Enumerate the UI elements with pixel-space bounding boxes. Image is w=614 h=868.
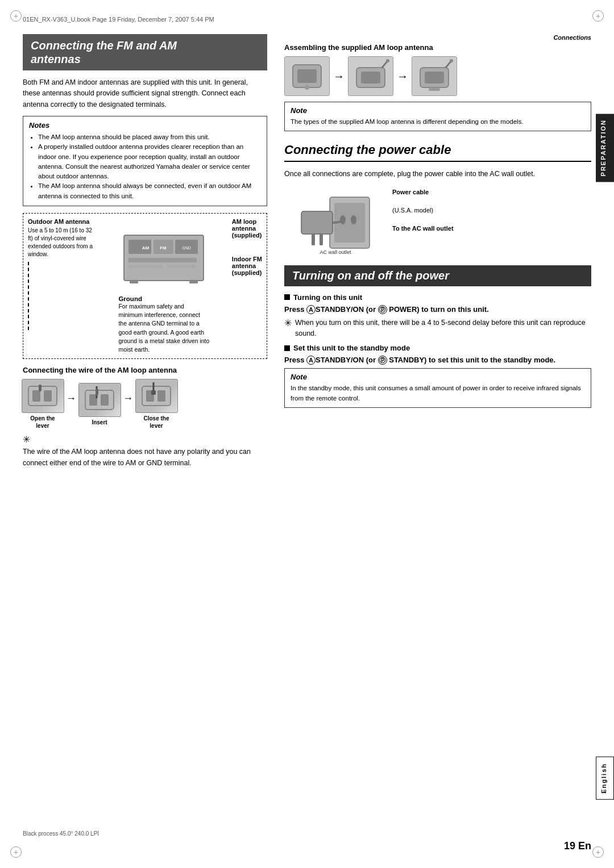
ground-text: For maximum safety and minimum interfere…: [118, 302, 209, 354]
wire-section-title: Connecting the wire of the AM loop anten…: [23, 366, 267, 374]
assemble-note-title: Note: [291, 106, 585, 115]
assemble-img-1: [284, 56, 330, 96]
power-section-title: Connecting the power cable: [284, 143, 591, 157]
svg-rect-37: [429, 87, 440, 91]
corner-bottom-left: [10, 846, 22, 858]
notes-box: Notes The AM loop antenna should be plac…: [23, 116, 267, 206]
device-diagram-center: AM FM GND Ground For maximum safety and …: [101, 218, 227, 354]
svg-point-28: [305, 85, 309, 90]
assemble-note-text: The types of the supplied AM loop antenn…: [291, 117, 585, 127]
svg-rect-27: [297, 69, 317, 83]
wire-diagram: Open thelever → Insert →: [23, 379, 267, 429]
svg-rect-4: [128, 258, 197, 262]
insert-img: [78, 383, 121, 417]
press-standby-instruction: Press ASTANDBY/ON (or ⓟ STANDBY) to set …: [284, 356, 591, 365]
svg-rect-42: [301, 211, 333, 234]
circle-a2-icon: A: [306, 356, 316, 365]
corner-top-left: [10, 10, 22, 22]
circle-standby-icon: ⓟ: [378, 356, 387, 365]
main-content: Connecting the FM and AM antennas Both F…: [23, 34, 591, 834]
insert-label: Insert: [92, 419, 107, 426]
svg-rect-10: [130, 281, 138, 283]
wire-step-3: Close thelever: [136, 379, 176, 429]
power-labels: Power cable (U.S.A. model) To the AC wal…: [392, 189, 454, 232]
svg-rect-44: [320, 234, 323, 245]
ground-section: Ground For maximum safety and minimum in…: [118, 295, 209, 354]
fm-am-body: Both FM and AM indoor antennas are suppl…: [23, 77, 267, 110]
assemble-arrow-2: →: [397, 70, 408, 83]
open-lever-img: [22, 379, 64, 413]
svg-rect-43: [312, 234, 315, 245]
standby-note-text: In the standby mode, this unit consumes …: [291, 383, 585, 403]
antenna-diagram: Outdoor AM antenna Use a 5 to 10 m (16 t…: [23, 213, 267, 359]
standby-label: Set this unit to the standby mode: [284, 344, 591, 352]
wire-line: [28, 262, 34, 330]
assemble-img-2: [348, 56, 393, 96]
wire-note-text: The wire of the AM loop antenna does not…: [23, 446, 267, 469]
svg-rect-25: [151, 390, 156, 395]
power-diagram: AC wall outlet Power cable (U.S.A. model…: [284, 186, 591, 260]
notes-title: Notes: [29, 121, 261, 130]
standby-note-box: Note In the standby mode, this unit cons…: [284, 368, 591, 408]
outdoor-label: Outdoor AM antenna: [28, 218, 96, 225]
close-lever-img: [135, 379, 178, 413]
wire-step-1: Open thelever: [23, 379, 63, 429]
svg-rect-30: [361, 72, 380, 84]
assemble-title: Assembling the supplied AM loop antenna: [284, 43, 591, 52]
outdoor-antenna-section: Outdoor AM antenna Use a 5 to 10 m (16 t…: [28, 218, 96, 330]
svg-rect-23: [157, 390, 165, 402]
connections-label: Connections: [284, 34, 591, 41]
preparation-tab: PREPARATION: [596, 114, 614, 182]
notes-list: The AM loop antenna should be placed awa…: [29, 132, 261, 201]
corner-bottom-right: [592, 846, 604, 858]
svg-rect-20: [96, 389, 98, 395]
power-section-heading: Connecting the power cable: [284, 139, 591, 162]
standby-note-title: Note: [291, 373, 585, 381]
wire-tip-section: ✳ The wire of the AM loop antenna does n…: [23, 434, 267, 469]
page-number: 19 En: [23, 840, 591, 852]
left-column: Connecting the FM and AM antennas Both F…: [23, 34, 267, 834]
open-lever-label: Open thelever: [30, 415, 55, 429]
page-header: 01EN_RX-V363_U.book Page 19 Friday, Dece…: [23, 16, 591, 23]
assemble-arrow-1: →: [333, 70, 345, 83]
corner-top-right: [592, 10, 604, 22]
english-tab: English: [596, 757, 614, 800]
note-item-3: The AM loop antenna should always be con…: [38, 181, 261, 201]
am-loop-label: AM loop antenna (supplied): [232, 218, 262, 239]
svg-point-32: [386, 59, 389, 62]
bullet-icon: [284, 294, 290, 300]
page-num-text: 19 En: [564, 840, 591, 852]
assemble-note-box: Note The types of the supplied AM loop a…: [284, 102, 591, 131]
bullet-icon-2: [284, 345, 290, 351]
tip-icon: ✳: [23, 434, 267, 445]
indoor-fm-label: Indoor FM antenna (supplied): [232, 256, 262, 276]
outdoor-subtext: Use a 5 to 10 m (16 to 32 ft) of vinyl-c…: [28, 227, 96, 258]
turning-title: Turning on and off the power: [292, 269, 583, 282]
right-antenna-labels: AM loop antenna (supplied) Indoor FM ant…: [232, 218, 262, 276]
tip-delay-text: When you turn on this unit, there will b…: [295, 318, 591, 340]
arrow-1: →: [66, 393, 76, 404]
power-body: Once all connections are complete, plug …: [284, 169, 591, 180]
assemble-img-3: [412, 56, 457, 96]
close-lever-label: Close thelever: [143, 415, 169, 429]
turning-on-label: Turning on this unit: [284, 293, 591, 302]
note-item-2: A properly installed outdoor antenna pro…: [38, 142, 261, 181]
tip-section: ✳ When you turn on this unit, there will…: [284, 318, 591, 340]
svg-rect-15: [39, 385, 42, 391]
svg-point-41: [351, 215, 356, 224]
svg-text:GND: GND: [182, 246, 192, 250]
svg-text:AC wall outlet: AC wall outlet: [320, 249, 351, 255]
svg-point-36: [450, 59, 453, 62]
power-cable-label: Power cable: [392, 189, 454, 195]
right-column: Connections Assembling the supplied AM l…: [284, 34, 591, 834]
power-svg: AC wall outlet: [284, 186, 387, 260]
svg-rect-13: [32, 390, 40, 402]
arrow-2: →: [123, 393, 133, 404]
footer-bar: Black process 45.0° 240.0 LPI: [23, 831, 591, 837]
circle-a-icon: A: [306, 305, 316, 314]
svg-rect-5: [128, 265, 163, 268]
press-on-instruction: Press ASTANDBY/ON (or ⓟ POWER) to turn o…: [284, 305, 591, 314]
header-text: 01EN_RX-V363_U.book Page 19 Friday, Dece…: [23, 16, 214, 23]
us-model-label: (U.S.A. model): [392, 207, 454, 214]
svg-rect-11: [189, 281, 198, 283]
